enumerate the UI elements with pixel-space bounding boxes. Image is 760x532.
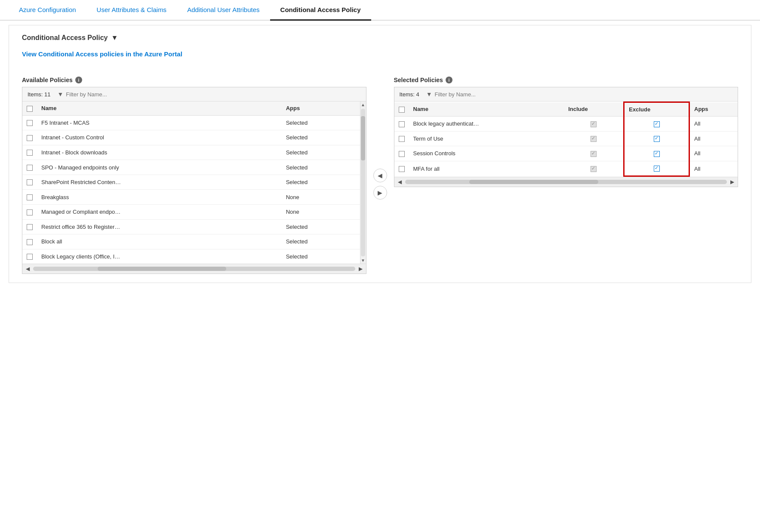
- selected-row-checkbox-0[interactable]: [399, 121, 405, 127]
- vert-scroll-down[interactable]: ▼: [360, 257, 366, 264]
- selected-exclude-checkbox-2[interactable]: [654, 151, 660, 157]
- selected-row-exclude-3: [624, 161, 689, 176]
- available-row-apps-9: Selected: [282, 249, 366, 264]
- selected-col-exclude: Exclude: [624, 102, 689, 117]
- selected-row-apps-3: All: [689, 161, 738, 176]
- selected-row-apps-1: All: [689, 131, 738, 146]
- available-row-name-5: Breakglass: [37, 190, 282, 205]
- available-filter-icon: ▼: [57, 91, 63, 98]
- selected-row-apps-2: All: [689, 146, 738, 161]
- panels-wrapper: Available Policies i Items: 11 ▼: [22, 77, 738, 274]
- available-row-checkbox-0[interactable]: [27, 120, 33, 126]
- azure-portal-link[interactable]: View Conditional Access policies in the …: [22, 50, 182, 58]
- available-policies-toolbar: Items: 11 ▼: [22, 87, 366, 101]
- selected-policies-info-icon[interactable]: i: [446, 77, 452, 83]
- available-row-apps-0: Selected: [282, 115, 366, 130]
- available-row-name-0: F5 Intranet - MCAS: [37, 115, 282, 130]
- vert-scroll-track[interactable]: [361, 109, 365, 256]
- transfer-left-button[interactable]: ◀: [373, 169, 387, 182]
- selected-row-checkbox-1[interactable]: [399, 136, 405, 142]
- available-row-checkbox-6[interactable]: [27, 209, 33, 215]
- selected-row-exclude-2: [624, 146, 689, 161]
- selected-row-include-2: [564, 146, 624, 161]
- vert-scroll-up[interactable]: ▲: [360, 101, 366, 108]
- available-policy-row: Intranet - Custom Control Selected: [22, 130, 366, 145]
- available-policy-row: Breakglass None: [22, 190, 366, 205]
- available-row-checkbox-7[interactable]: [27, 224, 33, 230]
- available-row-apps-7: Selected: [282, 219, 366, 234]
- available-scroll-track[interactable]: [33, 267, 355, 271]
- selected-exclude-checkbox-1[interactable]: [654, 136, 660, 142]
- selected-col-include: Include: [564, 102, 624, 117]
- selected-row-exclude-0: [624, 117, 689, 132]
- selected-scroll-track[interactable]: [405, 180, 727, 184]
- selected-scroll-right[interactable]: ▶: [730, 179, 734, 185]
- available-row-name-4: SharePoint Restricted Conten…: [37, 175, 282, 190]
- available-row-checkbox-1[interactable]: [27, 135, 33, 141]
- available-policy-row: Block all Selected: [22, 234, 366, 249]
- tab-conditional-access[interactable]: Conditional Access Policy: [270, 0, 371, 21]
- available-row-apps-2: Selected: [282, 145, 366, 160]
- available-row-name-2: Intranet - Block downloads: [37, 145, 282, 160]
- selected-policies-toolbar: Items: 4 ▼: [394, 87, 738, 101]
- selected-policy-row: Term of Use All: [394, 131, 738, 146]
- selected-h-scrollbar[interactable]: ◀ ▶: [394, 177, 738, 187]
- selected-scroll-left[interactable]: ◀: [398, 179, 402, 185]
- tab-user-attributes[interactable]: User Attributes & Claims: [86, 0, 177, 21]
- available-row-apps-4: Selected: [282, 175, 366, 190]
- available-row-checkbox-8[interactable]: [27, 239, 33, 245]
- page-content: Conditional Access Policy ▼ View Conditi…: [9, 25, 751, 283]
- available-policy-row: Restrict office 365 to Register… Selecte…: [22, 219, 366, 234]
- selected-exclude-checkbox-0[interactable]: [654, 121, 660, 127]
- available-row-apps-8: Selected: [282, 234, 366, 249]
- selected-select-all-checkbox[interactable]: [399, 107, 405, 113]
- selected-col-apps: Apps: [689, 102, 738, 117]
- available-row-checkbox-5[interactable]: [27, 194, 33, 200]
- selected-row-include-1: [564, 131, 624, 146]
- available-policy-row: F5 Intranet - MCAS Selected: [22, 115, 366, 130]
- section-title: Conditional Access Policy: [22, 34, 108, 42]
- selected-row-exclude-1: [624, 131, 689, 146]
- transfer-right-button[interactable]: ▶: [373, 186, 387, 200]
- selected-row-checkbox-3[interactable]: [399, 166, 405, 172]
- selected-policy-row: Session Controls All: [394, 146, 738, 161]
- selected-include-checkbox-2[interactable]: [591, 151, 597, 157]
- available-row-name-3: SPO - Managed endpoints only: [37, 160, 282, 175]
- selected-filter-input[interactable]: [435, 91, 732, 98]
- available-policies-table: Name Apps F5 Intranet - MCAS Selected In…: [22, 101, 366, 264]
- section-dropdown-icon[interactable]: ▼: [111, 34, 118, 42]
- available-row-checkbox-4[interactable]: [27, 179, 33, 185]
- selected-row-name-1: Term of Use: [409, 131, 564, 146]
- available-scroll-left[interactable]: ◀: [26, 266, 30, 272]
- selected-filter-section: ▼: [426, 91, 732, 98]
- selected-row-checkbox-2[interactable]: [399, 151, 405, 157]
- tab-azure-config[interactable]: Azure Configuration: [9, 0, 86, 21]
- available-col-apps: Apps: [282, 101, 366, 115]
- transfer-buttons: ◀ ▶: [366, 169, 394, 200]
- available-vert-scrollbar[interactable]: ▲ ▼: [360, 101, 366, 264]
- selected-policies-table: Name Include Exclude Apps Block legacy a…: [394, 101, 738, 177]
- available-h-scrollbar[interactable]: ◀ ▶: [22, 264, 366, 274]
- available-policy-row: SharePoint Restricted Conten… Selected: [22, 175, 366, 190]
- section-header: Conditional Access Policy ▼: [22, 34, 738, 42]
- available-row-name-9: Block Legacy clients (Office, I…: [37, 249, 282, 264]
- selected-include-checkbox-0[interactable]: [591, 121, 597, 127]
- tab-additional-user-attributes[interactable]: Additional User Attributes: [177, 0, 270, 21]
- available-policies-label: Available Policies i: [22, 77, 366, 83]
- available-policy-row: SPO - Managed endpoints only Selected: [22, 160, 366, 175]
- available-row-apps-1: Selected: [282, 130, 366, 145]
- available-filter-section: ▼: [57, 91, 360, 98]
- available-row-checkbox-9[interactable]: [27, 254, 33, 260]
- selected-items-count: Items: 4: [400, 91, 419, 98]
- available-scroll-right[interactable]: ▶: [359, 266, 363, 272]
- available-policies-info-icon[interactable]: i: [75, 77, 82, 83]
- selected-include-checkbox-3[interactable]: [591, 166, 597, 172]
- available-select-all-checkbox[interactable]: [27, 106, 33, 112]
- available-filter-input[interactable]: [66, 91, 360, 98]
- available-row-checkbox-2[interactable]: [27, 150, 33, 156]
- available-scroll-thumb: [98, 267, 226, 271]
- selected-col-name: Name: [409, 102, 564, 117]
- selected-include-checkbox-1[interactable]: [591, 136, 597, 142]
- selected-exclude-checkbox-3[interactable]: [654, 166, 660, 172]
- available-row-checkbox-3[interactable]: [27, 165, 33, 171]
